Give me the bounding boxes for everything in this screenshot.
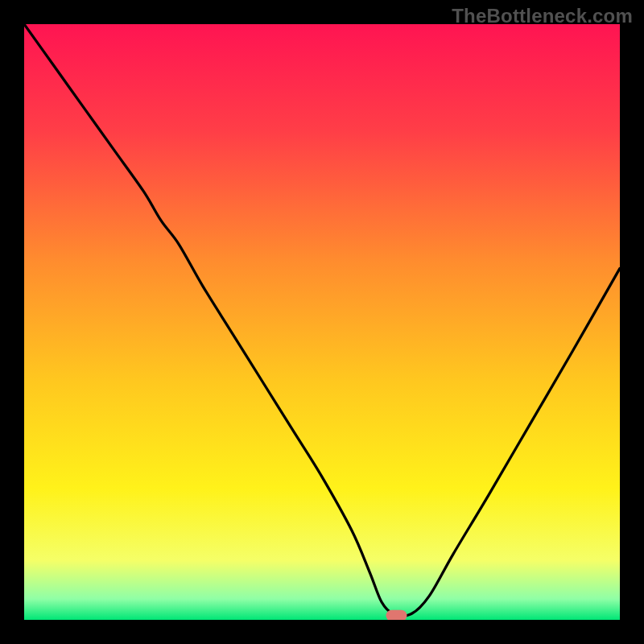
- chart-svg: [24, 24, 620, 620]
- gradient-background: [24, 24, 620, 620]
- optimum-marker: [386, 610, 407, 620]
- plot-area: [24, 24, 620, 620]
- chart-frame: TheBottleneck.com: [0, 0, 644, 644]
